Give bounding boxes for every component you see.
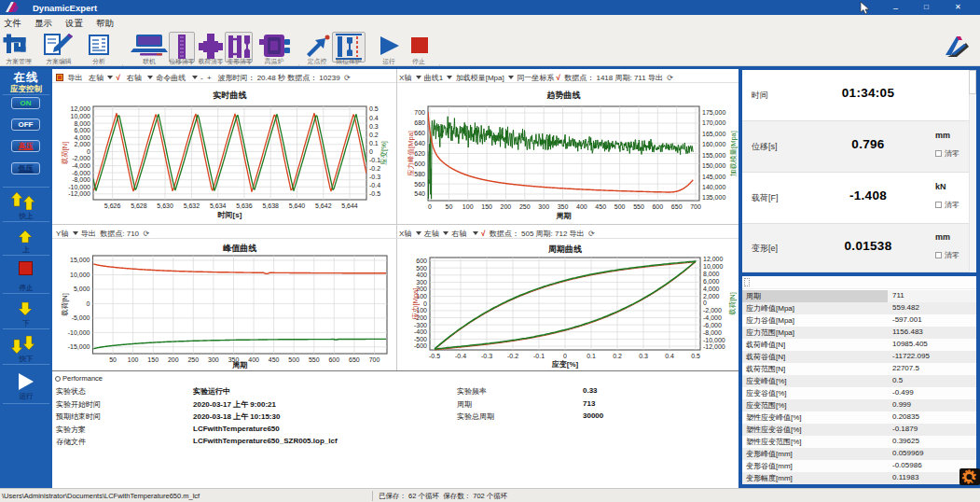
svg-text:50: 50 bbox=[446, 203, 453, 210]
svg-text:应变[%]: 应变[%] bbox=[551, 359, 579, 369]
svg-text:620: 620 bbox=[414, 150, 425, 157]
svg-text:680: 680 bbox=[414, 119, 425, 126]
svg-text:100: 100 bbox=[462, 203, 474, 210]
svg-text:400: 400 bbox=[248, 356, 259, 363]
svg-text:0.1: 0.1 bbox=[369, 140, 379, 146]
svg-text:实时曲线: 实时曲线 bbox=[214, 91, 247, 100]
svg-text:5,638: 5,638 bbox=[262, 202, 279, 209]
svg-text:-12,000: -12,000 bbox=[703, 343, 725, 350]
svg-text:0: 0 bbox=[369, 148, 373, 155]
svg-text:-500: -500 bbox=[414, 336, 427, 342]
svg-text:250: 250 bbox=[519, 203, 531, 210]
svg-text:0.4: 0.4 bbox=[665, 353, 674, 359]
svg-text:-400: -400 bbox=[414, 328, 427, 335]
svg-text:周期: 周期 bbox=[556, 212, 572, 220]
svg-text:周期曲线: 周期曲线 bbox=[547, 244, 582, 254]
svg-text:-8,000: -8,000 bbox=[72, 176, 90, 183]
svg-text:-5,000: -5,000 bbox=[72, 314, 90, 321]
svg-text:0.4: 0.4 bbox=[369, 115, 379, 121]
svg-text:10,000: 10,000 bbox=[70, 272, 90, 278]
svg-text:0.5: 0.5 bbox=[369, 105, 379, 112]
svg-text:450: 450 bbox=[595, 203, 606, 210]
svg-text:150: 150 bbox=[147, 356, 159, 363]
svg-text:-0.2: -0.2 bbox=[507, 353, 518, 359]
svg-text:峰值曲线: 峰值曲线 bbox=[223, 244, 256, 253]
svg-text:50: 50 bbox=[109, 356, 117, 363]
svg-text:150: 150 bbox=[481, 203, 492, 210]
svg-text:300: 300 bbox=[538, 203, 549, 210]
svg-text:2,000: 2,000 bbox=[703, 293, 720, 300]
svg-text:加载模量[Mpa]: 加载模量[Mpa] bbox=[729, 131, 738, 177]
svg-text:660: 660 bbox=[414, 130, 425, 136]
svg-text:-300: -300 bbox=[414, 322, 427, 328]
svg-text:0: 0 bbox=[703, 300, 707, 306]
svg-text:640: 640 bbox=[414, 140, 425, 146]
svg-text:0.2: 0.2 bbox=[613, 353, 622, 359]
svg-text:145,000: 145,000 bbox=[702, 174, 725, 180]
svg-text:650: 650 bbox=[671, 203, 683, 210]
svg-text:350: 350 bbox=[558, 203, 569, 210]
svg-text:5,000: 5,000 bbox=[74, 286, 90, 292]
svg-text:550: 550 bbox=[633, 203, 644, 210]
svg-text:0.2: 0.2 bbox=[369, 132, 379, 138]
svg-text:560: 560 bbox=[414, 181, 425, 188]
svg-text:15,000: 15,000 bbox=[70, 257, 90, 263]
svg-text:600: 600 bbox=[416, 258, 427, 264]
svg-text:-6,000: -6,000 bbox=[72, 170, 90, 176]
svg-text:0.1: 0.1 bbox=[587, 353, 596, 359]
svg-text:10,000: 10,000 bbox=[703, 263, 724, 270]
svg-text:应变[%]: 应变[%] bbox=[380, 141, 388, 165]
svg-text:5,628: 5,628 bbox=[131, 202, 147, 209]
svg-text:-4,000: -4,000 bbox=[72, 162, 90, 169]
svg-text:165,000: 165,000 bbox=[702, 131, 725, 137]
svg-text:2,000: 2,000 bbox=[74, 141, 90, 147]
svg-text:-2,000: -2,000 bbox=[72, 155, 90, 161]
svg-text:500: 500 bbox=[416, 265, 427, 272]
svg-text:12,000: 12,000 bbox=[71, 105, 91, 112]
svg-text:10,000: 10,000 bbox=[71, 113, 91, 119]
svg-text:650: 650 bbox=[349, 356, 360, 363]
svg-text:趋势曲线: 趋势曲线 bbox=[546, 91, 581, 100]
svg-text:-0.3: -0.3 bbox=[481, 353, 492, 359]
svg-text:-0.5: -0.5 bbox=[429, 353, 440, 359]
svg-text:300: 300 bbox=[416, 279, 427, 286]
svg-text:0: 0 bbox=[428, 203, 432, 210]
svg-text:-15,000: -15,000 bbox=[68, 343, 90, 350]
svg-text:0: 0 bbox=[87, 300, 90, 307]
svg-text:600: 600 bbox=[652, 203, 663, 210]
svg-text:170,000: 170,000 bbox=[702, 119, 725, 126]
svg-text:5,634: 5,634 bbox=[210, 202, 227, 209]
svg-text:-10,000: -10,000 bbox=[68, 329, 90, 336]
svg-text:160,000: 160,000 bbox=[702, 141, 725, 147]
svg-text:8,000: 8,000 bbox=[74, 120, 90, 127]
svg-text:应力[Mpa]: 应力[Mpa] bbox=[411, 288, 420, 320]
svg-text:0: 0 bbox=[87, 148, 90, 155]
svg-text:300: 300 bbox=[208, 356, 219, 363]
svg-text:5,630: 5,630 bbox=[157, 202, 173, 209]
svg-text:0: 0 bbox=[563, 353, 567, 359]
svg-text:-4,000: -4,000 bbox=[703, 314, 722, 321]
svg-text:-0.4: -0.4 bbox=[369, 182, 380, 188]
svg-text:600: 600 bbox=[328, 356, 339, 363]
svg-text:-0.4: -0.4 bbox=[455, 353, 466, 359]
svg-text:5,642: 5,642 bbox=[315, 202, 332, 209]
svg-text:6,000: 6,000 bbox=[74, 127, 90, 133]
svg-text:450: 450 bbox=[269, 356, 280, 363]
svg-text:400: 400 bbox=[576, 203, 587, 210]
svg-text:135,000: 135,000 bbox=[702, 194, 725, 201]
svg-text:400: 400 bbox=[416, 272, 427, 278]
svg-text:时间[s]: 时间[s] bbox=[218, 211, 242, 219]
svg-text:150,000: 150,000 bbox=[702, 162, 725, 169]
svg-text:550: 550 bbox=[309, 356, 320, 363]
svg-text:-600: -600 bbox=[414, 342, 427, 349]
svg-text:-2,000: -2,000 bbox=[703, 307, 722, 314]
svg-text:0.5: 0.5 bbox=[691, 353, 700, 359]
svg-text:540: 540 bbox=[414, 190, 425, 197]
svg-text:-8,000: -8,000 bbox=[703, 329, 722, 336]
svg-text:155,000: 155,000 bbox=[702, 152, 725, 159]
svg-text:5,644: 5,644 bbox=[341, 202, 358, 209]
svg-text:4,000: 4,000 bbox=[703, 286, 720, 292]
svg-text:-6,000: -6,000 bbox=[703, 322, 722, 328]
svg-text:-0.2: -0.2 bbox=[369, 165, 380, 172]
svg-text:700: 700 bbox=[690, 203, 701, 210]
